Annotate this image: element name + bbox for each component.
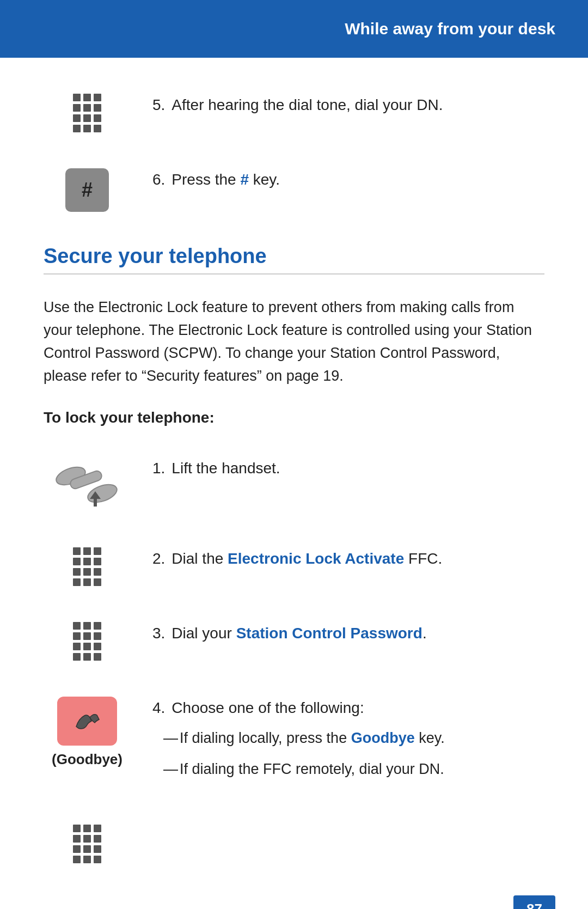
handset-svg [54, 460, 120, 509]
step-number: 5. [152, 96, 165, 113]
keypad-dot [73, 578, 81, 586]
page-footer: 87 [513, 895, 555, 909]
keypad-dot [94, 547, 101, 555]
keypad-dot [83, 94, 91, 101]
keypad-dot [73, 125, 81, 132]
keypad-dot [94, 622, 101, 630]
keypad-grid-3 [73, 622, 101, 661]
section-divider [44, 273, 544, 274]
step-4-text: 4.Choose one of the following: If dialin… [152, 693, 544, 789]
keypad-dot [73, 856, 81, 863]
keypad-dot [83, 125, 91, 132]
handset-icon [44, 454, 131, 511]
keypad-dot [94, 845, 101, 853]
header-title: While away from your desk [345, 20, 555, 38]
hash-link: # [240, 171, 249, 188]
ela-link: Electronic Lock Activate [228, 550, 404, 567]
step-number: 6. [152, 171, 165, 188]
step-3-text: 3.Dial your Station Control Password. [152, 619, 544, 645]
keypad-dot [83, 568, 91, 576]
keypad-dot [94, 578, 101, 586]
header-bar: While away from your desk [0, 0, 588, 58]
keypad-dot [73, 114, 81, 122]
keypad-icon-2 [44, 544, 131, 586]
keypad-dot [73, 104, 81, 112]
goodbye-label: (Goodbye) [52, 751, 122, 768]
step-number: 4. [152, 699, 165, 716]
sub-heading: To lock your telephone: [44, 409, 544, 426]
handset-icon-wrap [49, 457, 125, 511]
step-5-text: 5.After hearing the dial tone, dial your… [152, 90, 544, 117]
goodbye-icon: (Goodbye) [44, 693, 131, 768]
goodbye-phone-svg [71, 707, 103, 735]
keypad-dot [94, 114, 101, 122]
keypad-dot [83, 643, 91, 650]
keypad-dot [73, 845, 81, 853]
step-4-sublist: If dialing locally, press the Goodbye ke… [152, 727, 544, 780]
keypad-grid-5b [73, 825, 101, 863]
hash-symbol: # [82, 179, 93, 202]
keypad-grid-2 [73, 547, 101, 586]
keypad-dot [83, 845, 91, 853]
keypad-dot [73, 568, 81, 576]
keypad-dot [83, 104, 91, 112]
sub-list-item-1: If dialing locally, press the Goodbye ke… [163, 727, 544, 749]
keypad-dot [94, 825, 101, 832]
keypad-dot [73, 835, 81, 843]
keypad-icon-3 [44, 619, 131, 661]
hash-key-button: # [65, 168, 109, 212]
keypad-dot [83, 578, 91, 586]
keypad-icon-5 [44, 90, 131, 132]
step-row-5-dial: 5.After hearing the dial tone, dial your… [44, 90, 544, 132]
keypad-dot [73, 632, 81, 640]
keypad-icon-5b [44, 821, 131, 863]
scp-link: Station Control Password [236, 625, 422, 642]
step-row-6-hash: # 6.Press the # key. [44, 165, 544, 212]
keypad-dot [94, 835, 101, 843]
step-row-3-scp: 3.Dial your Station Control Password. [44, 619, 544, 661]
section-description: Use the Electronic Lock feature to preve… [44, 296, 544, 387]
goodbye-text-link: Goodbye [351, 730, 415, 746]
step-number: 2. [152, 550, 165, 567]
svg-rect-4 [94, 499, 97, 507]
step-row-4-goodbye: (Goodbye) 4.Choose one of the following:… [44, 693, 544, 789]
keypad-dot [73, 547, 81, 555]
keypad-dot [94, 568, 101, 576]
keypad-dot [94, 94, 101, 101]
svg-point-2 [85, 481, 119, 506]
hash-key-icon: # [44, 165, 131, 212]
step-number: 3. [152, 625, 165, 642]
keypad-dot [73, 622, 81, 630]
keypad-dot [83, 114, 91, 122]
goodbye-btn-wrap: (Goodbye) [52, 697, 122, 768]
keypad-dot [94, 104, 101, 112]
keypad-dot [83, 547, 91, 555]
step-5b-text [152, 821, 544, 825]
keypad-dot [94, 856, 101, 863]
keypad-dot [94, 632, 101, 640]
keypad-dot [73, 558, 81, 565]
step-row-5-section [44, 821, 544, 863]
keypad-dot [83, 835, 91, 843]
keypad-dot [83, 653, 91, 661]
goodbye-button-icon [57, 697, 117, 746]
keypad-dot [73, 94, 81, 101]
keypad-dot [73, 653, 81, 661]
step-number: 1. [152, 460, 165, 477]
step-row-1-handset: 1.Lift the handset. [44, 454, 544, 511]
section-title: Secure your telephone [44, 245, 544, 268]
keypad-dot [94, 643, 101, 650]
keypad-dot [94, 558, 101, 565]
keypad-dot [83, 558, 91, 565]
keypad-dot [73, 643, 81, 650]
step-6-text: 6.Press the # key. [152, 165, 544, 191]
keypad-dot [83, 632, 91, 640]
sub-list-item-2: If dialing the FFC remotely, dial your D… [163, 758, 544, 780]
keypad-dot [83, 825, 91, 832]
keypad-grid [73, 94, 101, 132]
step-row-2-ela: 2.Dial the Electronic Lock Activate FFC. [44, 544, 544, 586]
keypad-dot [83, 856, 91, 863]
keypad-dot [94, 653, 101, 661]
keypad-dot [73, 825, 81, 832]
keypad-dot [83, 622, 91, 630]
